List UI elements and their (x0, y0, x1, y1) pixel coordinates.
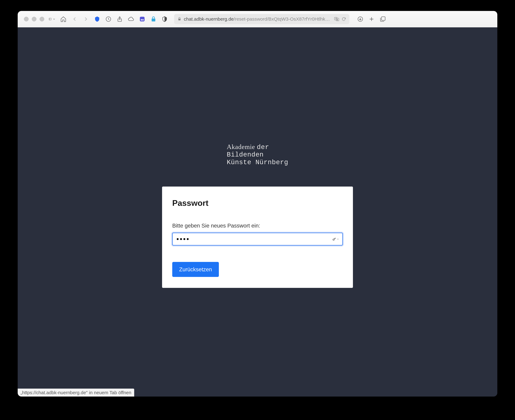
password-autofill-icon[interactable] (331, 236, 340, 242)
svg-rect-8 (178, 19, 181, 21)
svg-point-16 (333, 239, 334, 240)
browser-toolbar: chat.adbk-nuernberg.de/reset-password/Bx… (18, 11, 497, 27)
history-icon[interactable] (105, 16, 112, 22)
svg-rect-7 (151, 19, 155, 22)
url-bar[interactable]: chat.adbk-nuernberg.de/reset-password/Bx… (174, 14, 349, 24)
adblock-icon[interactable] (94, 16, 101, 22)
home-button[interactable] (60, 16, 67, 22)
forward-button[interactable] (83, 16, 89, 22)
reload-icon[interactable] (341, 17, 346, 22)
browser-window: chat.adbk-nuernberg.de/reset-password/Bx… (18, 11, 497, 397)
logo-line-2: Bildenden (227, 151, 288, 158)
url-text: chat.adbk-nuernberg.de/reset-password/Bx… (184, 16, 332, 22)
extension-icon[interactable] (139, 16, 146, 22)
cloud-icon[interactable] (128, 16, 134, 22)
minimize-window-button[interactable] (32, 17, 37, 22)
password-field-wrap (172, 233, 343, 246)
svg-rect-15 (382, 17, 385, 20)
back-button[interactable] (71, 16, 78, 22)
reset-password-card: Passwort Bitte geben Sie neues Passwort … (162, 187, 353, 288)
svg-point-6 (142, 19, 144, 21)
maximize-window-button[interactable] (40, 17, 44, 22)
svg-rect-4 (140, 17, 144, 22)
key-icon (332, 237, 336, 241)
url-right-icons (334, 16, 346, 22)
new-tab-button[interactable] (368, 16, 375, 22)
svg-rect-0 (49, 18, 51, 20)
password-label: Bitte geben Sie neues Passwort ein: (172, 223, 343, 229)
status-bar: „https://chat.adbk-nuernberg.de" in neue… (18, 389, 134, 397)
lock-extension-icon[interactable] (150, 16, 157, 22)
svg-point-5 (141, 19, 142, 21)
card-title: Passwort (172, 198, 343, 208)
sidebar-toggle-button[interactable] (49, 16, 55, 22)
chevron-down-icon (337, 238, 339, 240)
close-window-button[interactable] (24, 17, 29, 22)
page-content: Akademie der Bildenden Künste Nürnberg P… (18, 27, 497, 397)
shield-privacy-icon[interactable] (161, 16, 168, 22)
password-input[interactable] (172, 233, 343, 246)
lock-icon (177, 17, 182, 21)
site-logo[interactable]: Akademie der Bildenden Künste Nürnberg (227, 143, 288, 166)
reset-button[interactable]: Zurücksetzen (172, 262, 219, 277)
share-button[interactable] (116, 16, 123, 22)
logo-line-3: Künste Nürnberg (227, 159, 288, 166)
traffic-lights (24, 17, 44, 22)
tabs-overview-button[interactable] (379, 16, 386, 22)
downloads-button[interactable] (357, 16, 364, 22)
logo-line-1: Akademie der (227, 143, 288, 151)
translate-icon[interactable] (334, 16, 339, 22)
